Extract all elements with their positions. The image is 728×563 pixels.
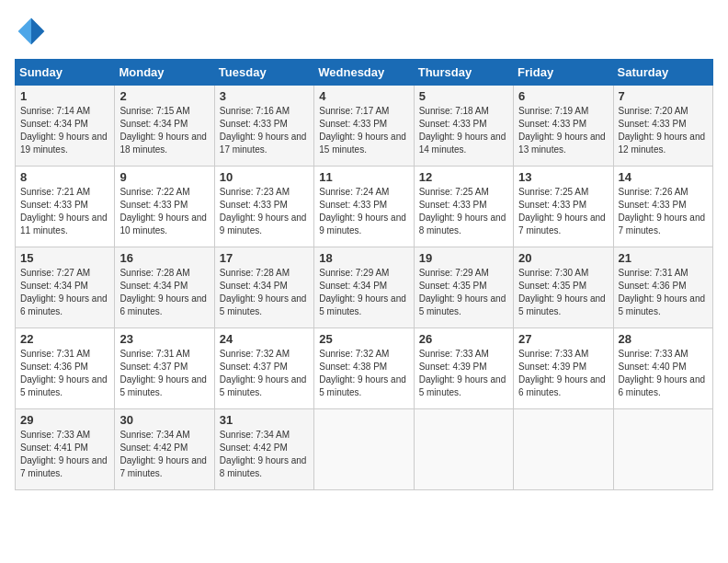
day-info: Sunrise: 7:19 AMSunset: 4:33 PMDaylight:…	[518, 105, 608, 156]
day-info: Sunrise: 7:21 AMSunset: 4:33 PMDaylight:…	[20, 186, 109, 237]
day-number: 10	[220, 170, 309, 184]
table-row: 19Sunrise: 7:29 AMSunset: 4:35 PMDayligh…	[414, 247, 513, 328]
day-number: 22	[20, 332, 109, 346]
day-number: 19	[419, 251, 508, 265]
day-info: Sunrise: 7:16 AMSunset: 4:33 PMDaylight:…	[220, 105, 309, 156]
day-info: Sunrise: 7:31 AMSunset: 4:37 PMDaylight:…	[119, 348, 209, 399]
day-info: Sunrise: 7:24 AMSunset: 4:33 PMDaylight:…	[319, 186, 408, 237]
table-row: 31Sunrise: 7:34 AMSunset: 4:42 PMDayligh…	[214, 409, 313, 490]
day-info: Sunrise: 7:30 AMSunset: 4:35 PMDaylight:…	[518, 267, 608, 318]
table-row: 10Sunrise: 7:23 AMSunset: 4:33 PMDayligh…	[214, 167, 313, 247]
weekday-header-thursday: Thursday	[414, 60, 513, 86]
day-number: 25	[319, 332, 408, 346]
day-info: Sunrise: 7:25 AMSunset: 4:33 PMDaylight:…	[518, 186, 608, 237]
weekday-header-row: SundayMondayTuesdayWednesdayThursdayFrid…	[16, 60, 713, 86]
day-info: Sunrise: 7:27 AMSunset: 4:34 PMDaylight:…	[20, 267, 109, 318]
table-row: 15Sunrise: 7:27 AMSunset: 4:34 PMDayligh…	[16, 247, 115, 328]
day-info: Sunrise: 7:34 AMSunset: 4:42 PMDaylight:…	[220, 429, 309, 480]
logo	[15, 15, 51, 48]
day-info: Sunrise: 7:32 AMSunset: 4:38 PMDaylight:…	[319, 348, 408, 399]
day-info: Sunrise: 7:33 AMSunset: 4:39 PMDaylight:…	[419, 348, 508, 399]
table-row: 20Sunrise: 7:30 AMSunset: 4:35 PMDayligh…	[514, 247, 613, 328]
day-number: 14	[619, 170, 708, 184]
day-info: Sunrise: 7:28 AMSunset: 4:34 PMDaylight:…	[119, 267, 209, 318]
weekday-header-wednesday: Wednesday	[314, 60, 414, 86]
day-info: Sunrise: 7:31 AMSunset: 4:36 PMDaylight:…	[619, 267, 708, 318]
day-number: 1	[20, 89, 109, 103]
day-info: Sunrise: 7:34 AMSunset: 4:42 PMDaylight:…	[119, 429, 209, 480]
table-row: 26Sunrise: 7:33 AMSunset: 4:39 PMDayligh…	[414, 328, 513, 409]
day-info: Sunrise: 7:32 AMSunset: 4:37 PMDaylight:…	[220, 348, 309, 399]
table-row: 18Sunrise: 7:29 AMSunset: 4:34 PMDayligh…	[314, 247, 414, 328]
day-number: 12	[419, 170, 508, 184]
day-number: 27	[518, 332, 608, 346]
weekday-header-friday: Friday	[514, 60, 613, 86]
calendar-week-row: 15Sunrise: 7:27 AMSunset: 4:34 PMDayligh…	[16, 247, 713, 328]
table-row: 6Sunrise: 7:19 AMSunset: 4:33 PMDaylight…	[514, 86, 613, 167]
table-row: 7Sunrise: 7:20 AMSunset: 4:33 PMDaylight…	[613, 86, 712, 167]
table-row: 17Sunrise: 7:28 AMSunset: 4:34 PMDayligh…	[214, 247, 313, 328]
weekday-header-monday: Monday	[115, 60, 214, 86]
svg-marker-3	[31, 31, 44, 44]
day-number: 23	[119, 332, 209, 346]
calendar-week-row: 29Sunrise: 7:33 AMSunset: 4:41 PMDayligh…	[16, 409, 713, 490]
day-info: Sunrise: 7:33 AMSunset: 4:40 PMDaylight:…	[619, 348, 708, 399]
table-row: 9Sunrise: 7:22 AMSunset: 4:33 PMDaylight…	[115, 167, 214, 247]
day-number: 20	[518, 251, 608, 265]
day-number: 7	[619, 89, 708, 103]
svg-marker-2	[18, 31, 31, 44]
day-info: Sunrise: 7:17 AMSunset: 4:33 PMDaylight:…	[319, 105, 408, 156]
table-row: 4Sunrise: 7:17 AMSunset: 4:33 PMDaylight…	[314, 86, 414, 167]
day-info: Sunrise: 7:15 AMSunset: 4:34 PMDaylight:…	[119, 105, 209, 156]
table-row: 21Sunrise: 7:31 AMSunset: 4:36 PMDayligh…	[613, 247, 712, 328]
table-row: 3Sunrise: 7:16 AMSunset: 4:33 PMDaylight…	[214, 86, 313, 167]
day-number: 18	[319, 251, 408, 265]
day-number: 31	[220, 413, 309, 427]
day-number: 21	[619, 251, 708, 265]
table-row: 28Sunrise: 7:33 AMSunset: 4:40 PMDayligh…	[613, 328, 712, 409]
day-info: Sunrise: 7:29 AMSunset: 4:34 PMDaylight:…	[319, 267, 408, 318]
table-row	[314, 409, 414, 490]
table-row: 1Sunrise: 7:14 AMSunset: 4:34 PMDaylight…	[16, 86, 115, 167]
day-number: 4	[319, 89, 408, 103]
day-info: Sunrise: 7:28 AMSunset: 4:34 PMDaylight:…	[220, 267, 309, 318]
table-row: 8Sunrise: 7:21 AMSunset: 4:33 PMDaylight…	[16, 167, 115, 247]
day-info: Sunrise: 7:29 AMSunset: 4:35 PMDaylight:…	[419, 267, 508, 318]
day-number: 30	[119, 413, 209, 427]
day-number: 24	[220, 332, 309, 346]
table-row: 2Sunrise: 7:15 AMSunset: 4:34 PMDaylight…	[115, 86, 214, 167]
svg-marker-0	[31, 18, 44, 31]
table-row	[514, 409, 613, 490]
table-row	[414, 409, 513, 490]
day-info: Sunrise: 7:33 AMSunset: 4:41 PMDaylight:…	[20, 429, 109, 480]
calendar-table: SundayMondayTuesdayWednesdayThursdayFrid…	[15, 59, 713, 490]
day-number: 17	[220, 251, 309, 265]
table-row: 27Sunrise: 7:33 AMSunset: 4:39 PMDayligh…	[514, 328, 613, 409]
calendar-week-row: 1Sunrise: 7:14 AMSunset: 4:34 PMDaylight…	[16, 86, 713, 167]
day-number: 6	[518, 89, 608, 103]
calendar-week-row: 22Sunrise: 7:31 AMSunset: 4:36 PMDayligh…	[16, 328, 713, 409]
day-number: 26	[419, 332, 508, 346]
day-number: 16	[119, 251, 209, 265]
day-number: 9	[119, 170, 209, 184]
table-row: 11Sunrise: 7:24 AMSunset: 4:33 PMDayligh…	[314, 167, 414, 247]
table-row: 23Sunrise: 7:31 AMSunset: 4:37 PMDayligh…	[115, 328, 214, 409]
day-number: 5	[419, 89, 508, 103]
day-number: 15	[20, 251, 109, 265]
table-row: 13Sunrise: 7:25 AMSunset: 4:33 PMDayligh…	[514, 167, 613, 247]
page-header	[15, 15, 713, 48]
table-row: 24Sunrise: 7:32 AMSunset: 4:37 PMDayligh…	[214, 328, 313, 409]
table-row: 30Sunrise: 7:34 AMSunset: 4:42 PMDayligh…	[115, 409, 214, 490]
day-number: 2	[119, 89, 209, 103]
logo-icon	[15, 15, 48, 48]
weekday-header-saturday: Saturday	[613, 60, 712, 86]
day-info: Sunrise: 7:22 AMSunset: 4:33 PMDaylight:…	[119, 186, 209, 237]
day-info: Sunrise: 7:23 AMSunset: 4:33 PMDaylight:…	[220, 186, 309, 237]
day-info: Sunrise: 7:31 AMSunset: 4:36 PMDaylight:…	[20, 348, 109, 399]
day-info: Sunrise: 7:26 AMSunset: 4:33 PMDaylight:…	[619, 186, 708, 237]
day-info: Sunrise: 7:20 AMSunset: 4:33 PMDaylight:…	[619, 105, 708, 156]
table-row: 5Sunrise: 7:18 AMSunset: 4:33 PMDaylight…	[414, 86, 513, 167]
day-info: Sunrise: 7:18 AMSunset: 4:33 PMDaylight:…	[419, 105, 508, 156]
day-info: Sunrise: 7:14 AMSunset: 4:34 PMDaylight:…	[20, 105, 109, 156]
table-row	[613, 409, 712, 490]
